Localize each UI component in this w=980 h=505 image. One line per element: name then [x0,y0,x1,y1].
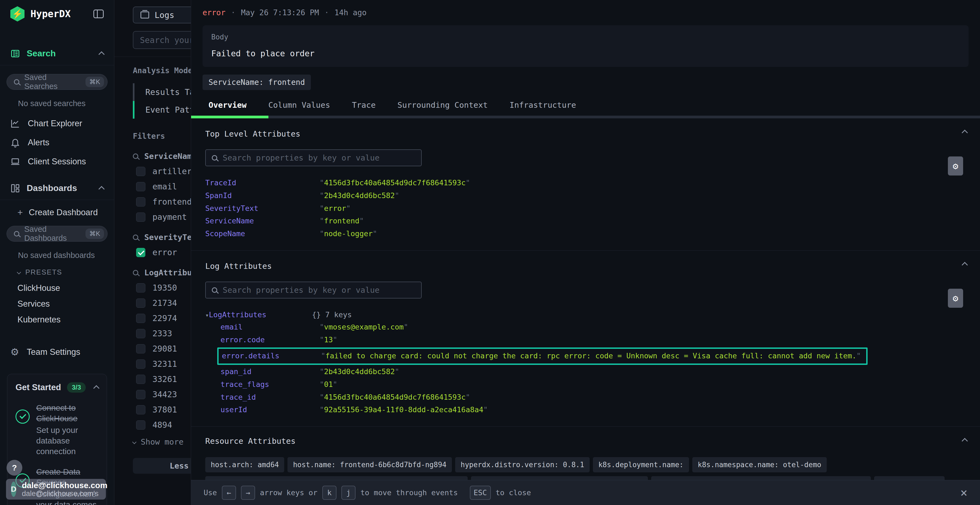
checkbox[interactable] [136,344,145,353]
attribute-key[interactable]: email [221,322,320,332]
attribute-key[interactable]: trace_id [221,392,320,402]
mode-results-table[interactable]: Results Table [133,83,191,101]
checkbox[interactable] [136,359,145,369]
get-started-step[interactable]: Connect to ClickHouse Set up your databa… [16,402,99,457]
checkbox[interactable] [136,283,145,292]
attribute-value[interactable]: frontend [320,216,364,226]
tab-column-values[interactable]: Column Values [269,100,330,110]
attribute-value[interactable]: error [320,204,351,213]
checkbox[interactable] [136,213,145,222]
filter-group-header[interactable]: SeverityText [133,233,191,242]
resource-tag[interactable]: host.arch: amd64 [205,457,284,472]
attribute-value[interactable]: 2b43d0c4dd6bc582 [320,191,399,200]
create-dashboard-button[interactable]: Create Dashboard [18,207,114,218]
filter-option[interactable]: 22974 [133,313,191,323]
saved-dashboards-input[interactable]: Saved Dashboards ⌘K [6,226,108,241]
filter-option[interactable]: frontend [133,197,191,206]
saved-searches-input[interactable]: Saved Searches ⌘K [6,74,108,90]
filter-option[interactable]: 4894 [133,420,191,430]
attribute-key[interactable]: ServiceName [205,216,320,226]
tab-surrounding-context[interactable]: Surrounding Context [398,100,488,110]
source-selector-button[interactable]: Logs [133,6,191,24]
attribute-key[interactable]: error.details [222,351,321,360]
checkbox[interactable] [136,405,145,414]
checkbox-checked[interactable] [136,248,145,257]
checkbox[interactable] [136,167,145,176]
filter-option[interactable]: 34423 [133,390,191,399]
root-attribute-key[interactable]: LogAttributes [205,310,312,319]
sidebar-item-chart-explorer[interactable]: Chart Explorer [0,114,114,133]
attribute-value[interactable]: node-logger [320,229,377,238]
sidebar-section-search[interactable]: Search [0,42,114,65]
attribute-key[interactable]: span_id [221,367,320,376]
sidebar-section-dashboards[interactable]: Dashboards [0,176,114,200]
filter-option[interactable]: 32311 [133,359,191,369]
attribute-key[interactable]: trace_flags [221,380,320,389]
attribute-value[interactable]: failed to charge card: could not charge … [321,351,861,360]
property-search-input[interactable]: Search properties by key or value [205,282,422,299]
sidebar-item-team-settings[interactable]: Team Settings [0,342,114,362]
resource-tag[interactable]: k8s.pod.uid: f284fb2d-a0b3-4634-991b-e2c… [651,476,871,480]
sidebar-collapse-icon[interactable] [93,10,104,18]
tab-overview[interactable]: Overview [208,100,247,110]
resource-tag[interactable]: host.name: frontend-6b6c8d7bfd-ng894 [288,457,452,472]
resource-tag[interactable]: os.type: linux [874,476,945,480]
highlighted-attribute-row[interactable]: error.details failed to charge card: cou… [217,348,867,365]
checkbox[interactable] [136,299,145,308]
less-filters-button[interactable]: Less filters [133,458,191,474]
attribute-value[interactable]: 13 [320,335,337,345]
attribute-key[interactable]: error.code [221,335,320,345]
attribute-key[interactable]: SeverityText [205,204,320,213]
filter-option[interactable]: 29081 [133,344,191,353]
user-menu[interactable]: D dale@clickhouse.com dale@clickhouse.co… [6,479,106,500]
preset-clickhouse[interactable]: ClickHouse [18,280,114,296]
attribute-key[interactable]: ScopeName [205,229,320,238]
attributes-settings-button[interactable] [948,289,963,308]
filter-option[interactable]: 37801 [133,405,191,414]
attributes-settings-button[interactable] [948,156,963,176]
checkbox[interactable] [136,420,145,430]
sidebar-item-client-sessions[interactable]: Client Sessions [0,152,114,171]
attribute-value[interactable]: vmoses@example.com [320,322,408,332]
resource-tag[interactable]: k8s.namespace.name: otel-demo [692,457,827,472]
attribute-key[interactable]: userId [221,405,320,414]
chevron-up-icon[interactable] [93,385,100,392]
resource-tag[interactable]: hyperdx.distro.version: 0.8.1 [455,457,590,472]
filter-group-header[interactable]: LogAttributes [133,268,191,277]
help-button[interactable]: ? [6,460,22,476]
filter-option[interactable]: 21734 [133,298,191,308]
filter-option[interactable]: 33261 [133,375,191,384]
filter-option[interactable]: error [133,248,191,257]
checkbox[interactable] [136,197,145,206]
filter-option[interactable]: 2333 [133,329,191,338]
get-started-header[interactable]: Get Started 3/3 [16,382,99,392]
service-name-tag[interactable]: ServiceName: frontend [202,75,311,90]
event-search-input[interactable]: Search your ev [133,31,191,49]
presets-toggle[interactable]: PRESETS [18,268,114,276]
chevron-up-icon[interactable] [99,186,105,192]
filter-option[interactable]: artillery-loa [133,167,191,176]
expander-icon[interactable] [205,310,209,319]
mode-event-patterns[interactable]: Event Patterns [133,101,191,119]
checkbox[interactable] [136,314,145,323]
show-more-button[interactable]: Show more [133,437,191,446]
filter-group-header[interactable]: ServiceName [133,152,191,161]
attribute-tree-root[interactable]: LogAttributes 7 keys [205,310,966,319]
attribute-key[interactable]: SpanId [205,191,320,200]
checkbox[interactable] [136,390,145,399]
attribute-value[interactable]: 01 [320,380,337,389]
property-search-input[interactable]: Search properties by key or value [205,149,422,166]
attribute-value[interactable]: 4156d3fbc40a64854d9dc7f68641593c [320,392,470,402]
tab-infrastructure[interactable]: Infrastructure [510,100,576,110]
filter-option[interactable]: email [133,182,191,191]
checkbox[interactable] [136,329,145,338]
attribute-value[interactable]: 2b43d0c4dd6bc582 [320,367,399,376]
tab-trace[interactable]: Trace [352,100,375,110]
chevron-up-icon[interactable] [99,51,105,57]
resource-tag[interactable]: k8s.node.name: gke-pme-k8s-standard-main… [205,476,468,480]
filter-option[interactable]: payment [133,212,191,222]
detail-scroll-area[interactable]: Top Level Attributes Search properties b… [191,118,980,480]
preset-kubernetes[interactable]: Kubernetes [18,312,114,327]
close-icon[interactable] [960,487,968,499]
preset-services[interactable]: Services [18,296,114,312]
